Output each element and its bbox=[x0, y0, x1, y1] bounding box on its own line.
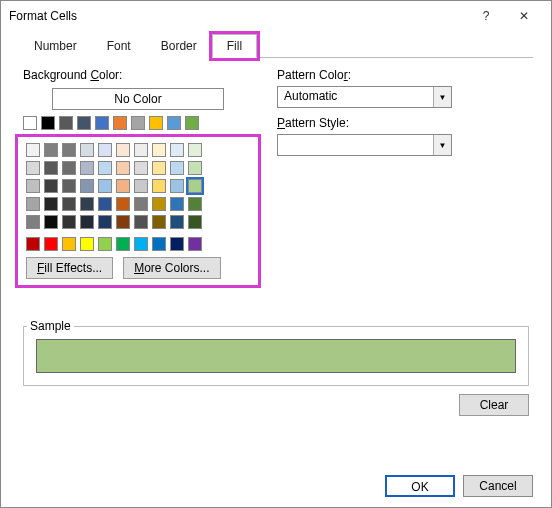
color-swatch[interactable] bbox=[134, 143, 148, 157]
chevron-down-icon: ▼ bbox=[433, 135, 451, 155]
color-swatch[interactable] bbox=[170, 237, 184, 251]
color-swatch[interactable] bbox=[80, 197, 94, 211]
pattern-color-label: Pattern Color: bbox=[277, 68, 529, 82]
color-swatch[interactable] bbox=[170, 143, 184, 157]
color-swatch[interactable] bbox=[44, 237, 58, 251]
color-swatch[interactable] bbox=[116, 237, 130, 251]
color-swatch[interactable] bbox=[131, 116, 145, 130]
color-swatch[interactable] bbox=[152, 237, 166, 251]
color-swatch[interactable] bbox=[98, 197, 112, 211]
no-color-button[interactable]: No Color bbox=[52, 88, 224, 110]
background-color-label: Background Color: bbox=[23, 68, 253, 82]
tabstrip: NumberFontBorderFill bbox=[19, 33, 533, 58]
pattern-color-select[interactable]: Automatic ▼ bbox=[277, 86, 452, 108]
color-swatch[interactable] bbox=[134, 179, 148, 193]
color-swatch[interactable] bbox=[185, 116, 199, 130]
theme-tints-grid bbox=[26, 143, 250, 229]
theme-color-row bbox=[23, 116, 253, 130]
close-button[interactable]: ✕ bbox=[505, 2, 543, 30]
standard-color-row bbox=[26, 237, 250, 251]
color-swatch[interactable] bbox=[134, 197, 148, 211]
color-swatch[interactable] bbox=[188, 237, 202, 251]
color-swatch[interactable] bbox=[44, 161, 58, 175]
color-swatch[interactable] bbox=[77, 116, 91, 130]
color-swatch[interactable] bbox=[116, 143, 130, 157]
more-colors-label: ore Colors... bbox=[144, 261, 209, 275]
format-cells-dialog: Format Cells ? ✕ NumberFontBorderFill Ba… bbox=[0, 0, 552, 508]
color-swatch[interactable] bbox=[134, 237, 148, 251]
color-swatch[interactable] bbox=[95, 116, 109, 130]
sample-box bbox=[23, 326, 529, 386]
color-swatch[interactable] bbox=[152, 143, 166, 157]
color-swatch[interactable] bbox=[116, 215, 130, 229]
pattern-style-select[interactable]: ▼ bbox=[277, 134, 452, 156]
tab-font[interactable]: Font bbox=[92, 34, 146, 58]
color-swatch[interactable] bbox=[80, 237, 94, 251]
chevron-down-icon: ▼ bbox=[433, 87, 451, 107]
color-swatch[interactable] bbox=[98, 215, 112, 229]
fill-effects-label: ill Effects... bbox=[44, 261, 102, 275]
color-swatch[interactable] bbox=[188, 215, 202, 229]
color-swatch[interactable] bbox=[62, 237, 76, 251]
color-swatch[interactable] bbox=[26, 197, 40, 211]
color-swatch[interactable] bbox=[26, 237, 40, 251]
clear-button[interactable]: Clear bbox=[459, 394, 529, 416]
color-swatch[interactable] bbox=[116, 179, 130, 193]
color-swatch[interactable] bbox=[80, 215, 94, 229]
color-swatch[interactable] bbox=[62, 197, 76, 211]
tab-fill[interactable]: Fill bbox=[212, 34, 257, 58]
dialog-title: Format Cells bbox=[9, 9, 467, 23]
color-swatch[interactable] bbox=[98, 161, 112, 175]
color-swatch[interactable] bbox=[62, 215, 76, 229]
color-swatch[interactable] bbox=[23, 116, 37, 130]
titlebar: Format Cells ? ✕ bbox=[1, 1, 551, 31]
ok-button[interactable]: OK bbox=[385, 475, 455, 497]
color-swatch[interactable] bbox=[62, 161, 76, 175]
color-swatch[interactable] bbox=[152, 179, 166, 193]
color-swatch[interactable] bbox=[188, 197, 202, 211]
color-swatch[interactable] bbox=[98, 179, 112, 193]
color-swatch[interactable] bbox=[44, 215, 58, 229]
color-swatch[interactable] bbox=[44, 197, 58, 211]
color-swatch[interactable] bbox=[98, 143, 112, 157]
color-swatch[interactable] bbox=[44, 179, 58, 193]
color-swatch[interactable] bbox=[98, 237, 112, 251]
color-swatch[interactable] bbox=[62, 179, 76, 193]
fill-effects-button[interactable]: Fill Effects... bbox=[26, 257, 113, 279]
cancel-button[interactable]: Cancel bbox=[463, 475, 533, 497]
more-colors-button[interactable]: More Colors... bbox=[123, 257, 220, 279]
color-swatch[interactable] bbox=[44, 143, 58, 157]
tab-number[interactable]: Number bbox=[19, 34, 92, 58]
color-swatch[interactable] bbox=[116, 161, 130, 175]
color-swatch[interactable] bbox=[170, 179, 184, 193]
color-swatch[interactable] bbox=[188, 143, 202, 157]
color-swatch[interactable] bbox=[134, 215, 148, 229]
color-swatch[interactable] bbox=[170, 161, 184, 175]
color-swatch[interactable] bbox=[26, 179, 40, 193]
color-swatch[interactable] bbox=[113, 116, 127, 130]
color-swatch[interactable] bbox=[116, 197, 130, 211]
color-swatch[interactable] bbox=[26, 143, 40, 157]
color-swatch[interactable] bbox=[26, 161, 40, 175]
help-button[interactable]: ? bbox=[467, 2, 505, 30]
color-swatch[interactable] bbox=[170, 197, 184, 211]
sample-preview bbox=[36, 339, 516, 373]
color-swatch[interactable] bbox=[149, 116, 163, 130]
color-swatch[interactable] bbox=[188, 161, 202, 175]
color-swatch[interactable] bbox=[152, 215, 166, 229]
color-swatch[interactable] bbox=[80, 179, 94, 193]
color-swatch[interactable] bbox=[62, 143, 76, 157]
color-swatch[interactable] bbox=[170, 215, 184, 229]
color-swatch[interactable] bbox=[41, 116, 55, 130]
color-swatch[interactable] bbox=[152, 161, 166, 175]
pattern-color-value: Automatic bbox=[278, 87, 433, 107]
tab-border[interactable]: Border bbox=[146, 34, 212, 58]
color-swatch[interactable] bbox=[59, 116, 73, 130]
color-swatch[interactable] bbox=[80, 143, 94, 157]
color-swatch[interactable] bbox=[167, 116, 181, 130]
color-swatch[interactable] bbox=[188, 179, 202, 193]
color-swatch[interactable] bbox=[152, 197, 166, 211]
color-swatch[interactable] bbox=[134, 161, 148, 175]
color-swatch[interactable] bbox=[26, 215, 40, 229]
color-swatch[interactable] bbox=[80, 161, 94, 175]
